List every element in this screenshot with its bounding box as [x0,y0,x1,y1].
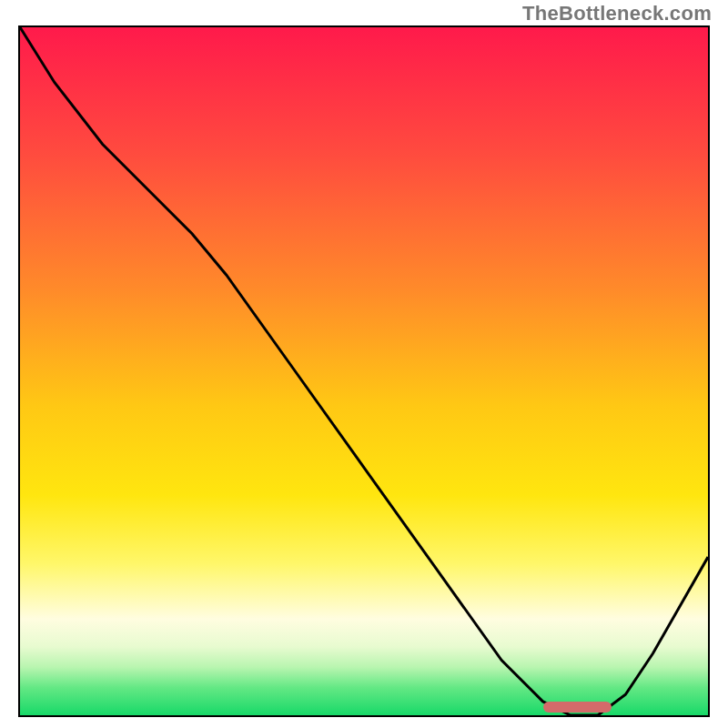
curve-path [20,27,708,715]
chart-canvas: TheBottleneck.com [0,0,728,728]
optimal-range-marker [543,702,612,713]
bottleneck-curve [20,27,708,715]
watermark-text: TheBottleneck.com [522,2,712,25]
chart-frame [18,25,710,717]
